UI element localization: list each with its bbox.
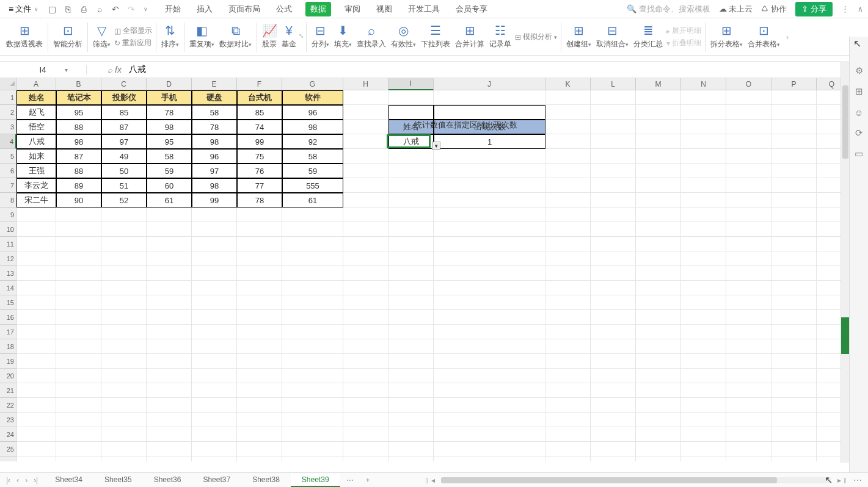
tab-start[interactable]: 开始 — [162, 2, 183, 16]
col-header-H[interactable]: H — [343, 78, 388, 90]
cell[interactable]: 宋二牛 — [16, 193, 56, 207]
cell[interactable] — [192, 427, 237, 442]
cell[interactable] — [343, 237, 388, 251]
cell[interactable] — [545, 237, 591, 251]
cell[interactable]: 58 — [282, 149, 343, 164]
cell[interactable] — [771, 178, 817, 193]
cell[interactable] — [388, 354, 434, 369]
cell[interactable] — [147, 398, 192, 413]
cell[interactable] — [192, 325, 237, 339]
cell[interactable] — [434, 266, 545, 281]
row-header[interactable]: 14 — [0, 281, 16, 295]
cell[interactable] — [343, 251, 388, 266]
cell[interactable] — [545, 354, 591, 369]
cell[interactable] — [726, 383, 771, 398]
cell[interactable] — [681, 222, 726, 237]
fill-button[interactable]: ⬇填充▾ — [332, 22, 354, 52]
cell[interactable]: 75 — [237, 149, 282, 164]
cell[interactable] — [56, 281, 101, 295]
cell[interactable]: 59 — [282, 164, 343, 178]
cell[interactable] — [726, 427, 771, 442]
cell[interactable] — [726, 281, 771, 295]
filter-button[interactable]: ▽筛选▾ — [90, 22, 113, 52]
cell[interactable] — [726, 193, 771, 207]
cell[interactable] — [636, 207, 681, 222]
row-header[interactable]: 13 — [0, 266, 16, 281]
nav-prev-icon[interactable]: ‹ — [16, 476, 19, 485]
cell[interactable] — [545, 456, 591, 461]
cell[interactable] — [343, 281, 388, 295]
cell[interactable] — [681, 251, 726, 266]
cell[interactable] — [343, 413, 388, 427]
cell[interactable] — [771, 339, 817, 354]
cell[interactable] — [147, 281, 192, 295]
cell[interactable] — [56, 383, 101, 398]
cell[interactable]: 87 — [101, 120, 147, 134]
cell[interactable] — [147, 456, 192, 461]
row-header[interactable]: 25 — [0, 442, 16, 456]
row-header[interactable]: 9 — [0, 207, 16, 222]
cell[interactable] — [545, 398, 591, 413]
cell[interactable] — [388, 325, 434, 339]
cell[interactable] — [726, 325, 771, 339]
cell[interactable] — [147, 369, 192, 383]
cell[interactable] — [636, 266, 681, 281]
row-header[interactable]: 11 — [0, 237, 16, 251]
cell[interactable] — [192, 398, 237, 413]
cell[interactable] — [388, 164, 434, 178]
cell[interactable] — [545, 105, 591, 120]
cell[interactable] — [192, 369, 237, 383]
cell[interactable]: 台式机 — [237, 90, 282, 105]
cell[interactable]: 85 — [237, 105, 282, 120]
cell[interactable]: 59 — [147, 164, 192, 178]
cell[interactable]: 1 — [434, 134, 545, 149]
cell[interactable] — [343, 266, 388, 281]
cell[interactable] — [282, 456, 343, 461]
cell[interactable] — [591, 193, 636, 207]
cell[interactable]: 98 — [282, 120, 343, 134]
cell[interactable] — [545, 90, 591, 105]
cell[interactable] — [591, 398, 636, 413]
cell[interactable] — [726, 442, 771, 456]
sheet-tab[interactable]: Sheet34 — [44, 474, 93, 487]
cell[interactable] — [282, 266, 343, 281]
sheet-tab[interactable]: Sheet36 — [143, 474, 192, 487]
row-header[interactable]: 26 — [0, 456, 16, 461]
cell[interactable] — [681, 178, 726, 193]
cell[interactable] — [591, 369, 636, 383]
cell[interactable] — [591, 149, 636, 164]
collab-button[interactable]: ♺ 协作 — [761, 4, 787, 15]
cell[interactable] — [343, 178, 388, 193]
col-header-K[interactable]: K — [545, 78, 591, 90]
cell[interactable] — [343, 207, 388, 222]
select-all-corner[interactable] — [0, 78, 16, 90]
cell[interactable] — [147, 251, 192, 266]
col-header-D[interactable]: D — [147, 78, 192, 90]
cell[interactable] — [726, 251, 771, 266]
cell[interactable] — [636, 237, 681, 251]
save-icon[interactable]: ▢ — [47, 4, 57, 14]
cloud-status[interactable]: ☁ 未上云 — [719, 4, 753, 15]
cell[interactable] — [771, 354, 817, 369]
tab-view[interactable]: 视图 — [374, 2, 395, 16]
cell[interactable] — [771, 383, 817, 398]
cell[interactable] — [101, 266, 147, 281]
cell[interactable] — [545, 178, 591, 193]
cell[interactable] — [192, 339, 237, 354]
simulate-button[interactable]: ⊟模拟分析▾ — [514, 31, 558, 43]
cell[interactable] — [343, 442, 388, 456]
cell[interactable] — [147, 310, 192, 325]
cell[interactable] — [545, 442, 591, 456]
cell[interactable] — [681, 413, 726, 427]
cell[interactable] — [56, 398, 101, 413]
cell[interactable]: 96 — [282, 105, 343, 120]
cell[interactable] — [545, 427, 591, 442]
cell[interactable] — [282, 237, 343, 251]
cell[interactable]: 姓名 — [388, 120, 434, 134]
cell[interactable]: 90 — [56, 193, 101, 207]
row-header[interactable]: 10 — [0, 222, 16, 237]
cell[interactable]: 软件 — [282, 90, 343, 105]
history-icon[interactable]: ⟳ — [853, 127, 865, 139]
cell[interactable] — [237, 456, 282, 461]
smart-analysis-button[interactable]: ⊡智能分析 — [51, 22, 85, 52]
